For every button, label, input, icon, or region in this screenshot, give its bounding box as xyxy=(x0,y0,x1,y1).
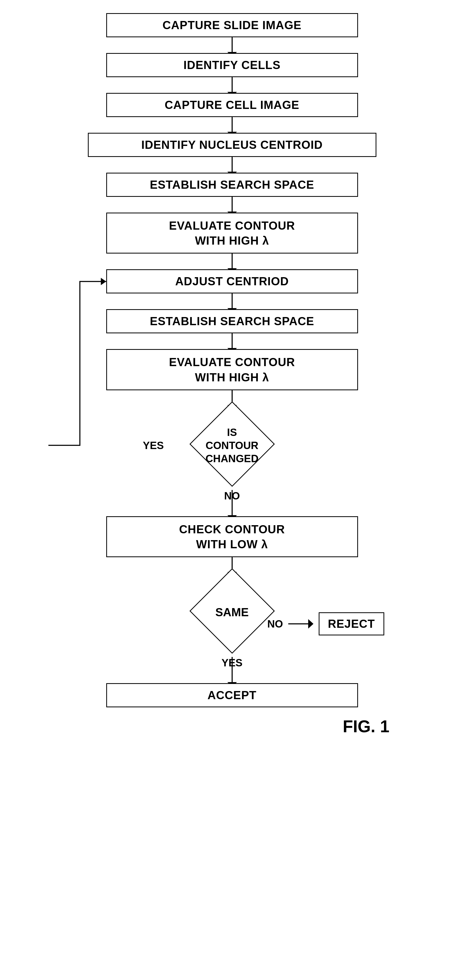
arrow-1 xyxy=(232,37,233,53)
step-evaluate-contour-1: EVALUATE CONTOURWITH HIGH λ xyxy=(49,213,416,253)
diamond-is-contour: ISCONTOURCHANGED xyxy=(188,409,277,482)
box-capture-slide: CAPTURE SLIDE IMAGE xyxy=(106,13,358,37)
no-reject-path: NO REJECT xyxy=(267,612,384,635)
box-check-contour: CHECK CONTOURWITH LOW λ xyxy=(106,516,358,557)
arrow-12 xyxy=(232,657,233,683)
box-accept: ACCEPT xyxy=(106,683,358,707)
arrow-6 xyxy=(232,253,233,269)
arrow-5 xyxy=(232,197,233,213)
loop-section: ADJUST CENTRIOD ESTABLISH SEARCH SPACE E… xyxy=(49,269,416,485)
diamond-label-contour: ISCONTOURCHANGED xyxy=(188,409,277,482)
step-capture-cell: CAPTURE CELL IMAGE xyxy=(49,93,416,117)
step-establish-search-2: ESTABLISH SEARCH SPACE xyxy=(49,309,416,333)
step-identify-cells: IDENTIFY CELLS xyxy=(49,53,416,77)
arrow-10 xyxy=(232,490,233,516)
step-capture-slide: CAPTURE SLIDE IMAGE xyxy=(49,13,416,37)
box-adjust-centroid: ADJUST CENTRIOD xyxy=(106,269,358,293)
no-line xyxy=(288,623,309,624)
arrow-7 xyxy=(232,293,233,309)
fig-label-container: FIG. 1 xyxy=(49,707,416,739)
box-evaluate-contour-1: EVALUATE CONTOURWITH HIGH λ xyxy=(106,213,358,253)
reject-box-wrap: REJECT xyxy=(319,612,384,635)
step-establish-search-1: ESTABLISH SEARCH SPACE xyxy=(49,173,416,197)
step-identify-nucleus: IDENTIFY NUCLEUS CENTROID xyxy=(49,133,416,157)
box-establish-search-1: ESTABLISH SEARCH SPACE xyxy=(106,173,358,197)
diamond-is-contour-wrap: ISCONTOURCHANGED YES NO xyxy=(49,406,416,485)
arrow-4 xyxy=(232,157,233,173)
diamond-same-wrap: SAME NO REJECT YES xyxy=(49,573,416,652)
step-accept: ACCEPT xyxy=(49,683,416,707)
step-evaluate-contour-2: EVALUATE CONTOURWITH HIGH λ xyxy=(49,349,416,390)
box-establish-search-2: ESTABLISH SEARCH SPACE xyxy=(106,309,358,333)
box-identify-nucleus: IDENTIFY NUCLEUS CENTROID xyxy=(88,133,377,157)
box-identify-cells: IDENTIFY CELLS xyxy=(106,53,358,77)
box-evaluate-contour-2: EVALUATE CONTOURWITH HIGH λ xyxy=(106,349,358,390)
arrow-2 xyxy=(232,77,233,93)
diamond-same: SAME xyxy=(188,576,277,649)
step-adjust-centroid: ADJUST CENTRIOD xyxy=(49,269,416,293)
flowchart-container: CAPTURE SLIDE IMAGE IDENTIFY CELLS CAPTU… xyxy=(49,0,416,739)
label-yes-contour: YES xyxy=(143,439,164,451)
arrow-8 xyxy=(232,333,233,349)
step-check-contour: CHECK CONTOURWITH LOW λ xyxy=(49,516,416,557)
box-capture-cell: CAPTURE CELL IMAGE xyxy=(106,93,358,117)
box-reject: REJECT xyxy=(319,612,384,635)
fig-label: FIG. 1 xyxy=(343,717,389,736)
diamond-label-same: SAME xyxy=(188,576,277,649)
arrowhead-right xyxy=(308,619,313,628)
arrow-3 xyxy=(232,117,233,133)
